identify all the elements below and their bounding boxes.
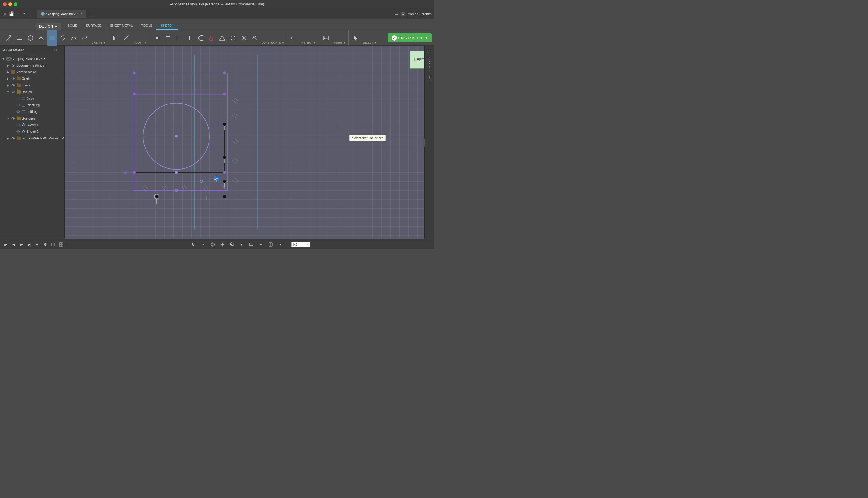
tree-label-component: TOWER PRO MG-995, ANA... <box>27 136 64 140</box>
frame-btn[interactable] <box>58 241 64 248</box>
slot-tool[interactable] <box>58 30 68 46</box>
parallel-tool[interactable] <box>163 30 173 46</box>
tab-surface[interactable]: SURFACE <box>82 22 106 30</box>
new-tab-button[interactable]: + <box>87 11 93 17</box>
tree-item-joints[interactable]: ▶ Joints <box>0 82 64 89</box>
svg-line-4 <box>61 35 63 38</box>
canvas-area[interactable]: ⊥ ⊥ ⊥ ⊥ <box>65 46 434 239</box>
svg-line-80 <box>234 113 239 116</box>
skip-start-btn[interactable]: ⏮ <box>2 241 9 248</box>
tab-gear-icon <box>41 12 44 16</box>
svg-line-19 <box>198 36 201 38</box>
tree-item-sketches[interactable]: ▼ Sketches <box>0 115 64 122</box>
svg-line-83 <box>232 160 237 163</box>
arc-tool[interactable] <box>36 30 47 46</box>
x-constraint-tool[interactable] <box>239 30 249 46</box>
tree-item-origin[interactable]: ▶ Origin <box>0 75 64 82</box>
browser-back-icon[interactable]: ◀ <box>2 48 5 52</box>
dimension-tool[interactable] <box>250 30 260 46</box>
svg-point-75 <box>132 171 136 174</box>
window-controls[interactable] <box>3 2 17 6</box>
rectangle-tool[interactable] <box>14 30 25 46</box>
step-forward-btn[interactable]: ▶| <box>26 241 33 248</box>
tab-solid[interactable]: SOLID <box>63 22 82 30</box>
tree-item-root[interactable]: ▼ Clapping Machine v3 ● <box>0 55 64 62</box>
fillet-dropdown-btn[interactable]: ▼ <box>306 243 309 246</box>
svg-rect-46 <box>22 97 25 100</box>
undo-btn[interactable]: ↩ <box>17 11 21 16</box>
skip-end-btn[interactable]: ⏭ <box>34 241 41 248</box>
tree-item-base[interactable]: Base <box>0 95 64 102</box>
design-arrow: ▼ <box>54 24 58 29</box>
insert-image-tool[interactable] <box>321 30 331 46</box>
tree-item-bodies[interactable]: ▼ Bodies <box>0 89 64 95</box>
maximize-button[interactable] <box>14 2 17 6</box>
select-tool[interactable] <box>350 30 361 46</box>
minimize-button[interactable] <box>9 2 12 6</box>
step-back-btn[interactable]: ◀ <box>10 241 17 248</box>
cursor-mode-btn[interactable] <box>190 241 197 248</box>
line-tool[interactable] <box>4 30 14 46</box>
view-display-arrow[interactable]: ▼ <box>257 241 265 248</box>
eye-icon-sketch1 <box>16 122 21 127</box>
tab-close-icon[interactable]: × <box>80 12 82 15</box>
tree-item-sketch1[interactable]: Sketch1 <box>0 122 64 128</box>
orbit-btn[interactable] <box>209 241 216 248</box>
tab-tools[interactable]: TOOLS <box>137 22 156 30</box>
tree-item-docsettings[interactable]: ▶ Document Settings <box>0 62 64 69</box>
spline-tool[interactable] <box>79 30 90 46</box>
active-tab[interactable]: Clapping Machine v3* × <box>37 10 86 18</box>
browser-menu-icon[interactable]: ⋮ <box>58 48 62 52</box>
offset-tool[interactable] <box>110 30 120 46</box>
fillet-value-input[interactable] <box>293 243 305 246</box>
perpendicular-tool[interactable] <box>184 30 195 46</box>
triangle-tool[interactable] <box>217 30 227 46</box>
design-dropdown[interactable]: DESIGN ▼ <box>36 23 61 30</box>
settings-bottom-btn[interactable]: ⚙ <box>42 241 49 248</box>
circle-tool[interactable] <box>25 30 36 46</box>
measure-tool[interactable] <box>289 30 299 46</box>
view-controls: ▼ ▼ ▼ ▼ ▼ <box>68 241 432 248</box>
svg-rect-21 <box>210 38 213 40</box>
vertical-tool[interactable] <box>195 30 206 46</box>
grid-display-btn[interactable] <box>267 241 274 248</box>
fillet-input-area[interactable]: ▼ <box>291 242 310 247</box>
svg-rect-122 <box>62 243 63 244</box>
apps-icon[interactable]: ⊞ <box>2 11 6 16</box>
sketch-palette-resize-handle[interactable] <box>423 138 425 147</box>
close-button[interactable] <box>3 2 7 6</box>
tree-item-leftleg[interactable]: LeftLeg <box>0 108 64 115</box>
circle-constraint-tool[interactable] <box>228 30 238 46</box>
inspect-section: INSPECT ▼ <box>288 30 319 45</box>
svg-text:⊥: ⊥ <box>155 206 157 209</box>
tree-item-rightleg[interactable]: RightLeg <box>0 102 64 108</box>
tree-item-namedviews[interactable]: ▶ Named Views <box>0 69 64 75</box>
grid-arrow[interactable]: ▼ <box>277 241 284 248</box>
equal-tool[interactable] <box>174 30 184 46</box>
tab-sketch[interactable]: SKETCH <box>156 22 178 30</box>
finish-sketch-button[interactable]: ✓ FINISH SKETCH ▼ <box>388 34 432 42</box>
save-icon[interactable]: 💾 <box>9 11 14 16</box>
nav-tabs: SOLID SURFACE SHEET METAL TOOLS SKETCH <box>63 19 178 30</box>
arc2-tool[interactable] <box>69 30 79 46</box>
tree-item-sketch2[interactable]: Sketch2 <box>0 128 64 135</box>
record-btn[interactable] <box>50 241 57 248</box>
browser-expand-icon[interactable]: □ <box>54 48 57 52</box>
tree-item-component[interactable]: ▶ TOWER PRO MG-995, ANA... <box>0 135 64 142</box>
cursor-mode-arrow[interactable]: ▼ <box>200 241 207 248</box>
lock-tool[interactable] <box>206 30 216 46</box>
svg-rect-138 <box>269 243 272 246</box>
undo-arrow[interactable]: ▼ <box>23 12 26 15</box>
play-btn[interactable]: ▶ <box>18 241 25 248</box>
view-display-btn[interactable] <box>248 241 255 248</box>
root-file-icon <box>6 56 11 61</box>
zoom-arrow[interactable]: ▼ <box>238 241 245 248</box>
coincident-tool[interactable] <box>152 30 162 46</box>
sketches-arrow: ▼ <box>6 116 10 120</box>
redo-btn[interactable]: ↪ <box>27 11 31 16</box>
polygon-tool[interactable] <box>47 30 57 46</box>
tab-sheetmetal[interactable]: SHEET METAL <box>106 22 137 30</box>
zoom-btn[interactable] <box>228 241 236 248</box>
pan-btn[interactable] <box>219 241 226 248</box>
trim-tool[interactable] <box>121 30 131 46</box>
